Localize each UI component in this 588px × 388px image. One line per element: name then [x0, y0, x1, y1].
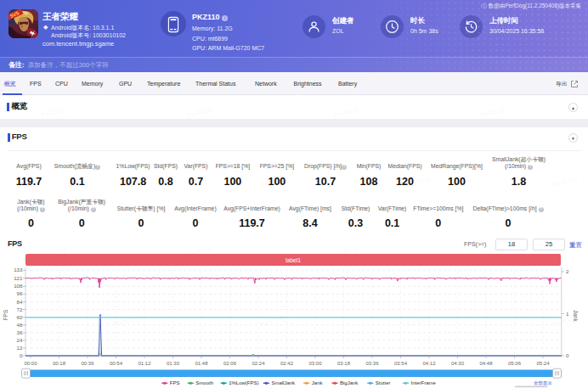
svg-text:00:36: 00:36	[81, 361, 94, 366]
svg-text:60: 60	[17, 314, 23, 320]
svg-text:108: 108	[14, 283, 23, 289]
svg-text:1%Low(FPS): 1%Low(FPS)	[229, 380, 258, 385]
svg-text:12: 12	[17, 345, 23, 351]
svg-text:03:00: 03:00	[308, 361, 322, 366]
svg-text:02:06: 02:06	[223, 361, 237, 366]
svg-text:05:06: 05:06	[508, 361, 522, 366]
svg-text:01:12: 01:12	[138, 361, 151, 366]
svg-text:121: 121	[14, 275, 23, 281]
svg-text:Jank: Jank	[312, 380, 324, 385]
svg-text:48: 48	[17, 322, 23, 328]
svg-text:0: 0	[20, 352, 23, 358]
svg-text:Stutter: Stutter	[376, 380, 391, 385]
svg-text:Smooth: Smooth	[195, 380, 213, 385]
svg-text:01:30: 01:30	[167, 361, 180, 366]
svg-text:03:54: 03:54	[394, 361, 408, 366]
svg-text:2: 2	[566, 268, 569, 274]
svg-text:36: 36	[17, 329, 23, 335]
svg-text:04:30: 04:30	[451, 361, 465, 366]
svg-text:04:12: 04:12	[422, 361, 436, 366]
svg-text:5V5: 5V5	[8, 9, 20, 19]
svg-text:03:18: 03:18	[337, 361, 351, 366]
svg-text:96: 96	[17, 290, 23, 296]
svg-text:133: 133	[14, 267, 23, 273]
svg-text:02:24: 02:24	[252, 361, 265, 366]
svg-text:InterFrame: InterFrame	[411, 380, 437, 385]
svg-text:72: 72	[17, 306, 23, 312]
svg-text:00:00: 00:00	[24, 361, 37, 366]
svg-text:02:42: 02:42	[280, 361, 294, 366]
svg-text:全部显示: 全部显示	[534, 380, 552, 386]
svg-text:SmallJank: SmallJank	[271, 380, 296, 385]
svg-text:FPS: FPS	[3, 310, 8, 320]
svg-text:BigJank: BigJank	[340, 380, 359, 385]
svg-text:Jank: Jank	[573, 310, 579, 322]
svg-text:84: 84	[17, 299, 23, 305]
svg-text:00:54: 00:54	[110, 361, 123, 366]
svg-text:00:18: 00:18	[53, 361, 66, 366]
svg-text:label1: label1	[286, 257, 301, 263]
svg-text:1: 1	[566, 311, 569, 317]
svg-text:0: 0	[566, 352, 569, 358]
svg-text:24: 24	[17, 337, 23, 343]
svg-text:01:48: 01:48	[195, 361, 208, 366]
svg-text:03:36: 03:36	[365, 361, 379, 366]
svg-text:FPS: FPS	[170, 380, 180, 385]
svg-text:05:24: 05:24	[536, 361, 550, 366]
svg-text:04:48: 04:48	[479, 361, 493, 366]
